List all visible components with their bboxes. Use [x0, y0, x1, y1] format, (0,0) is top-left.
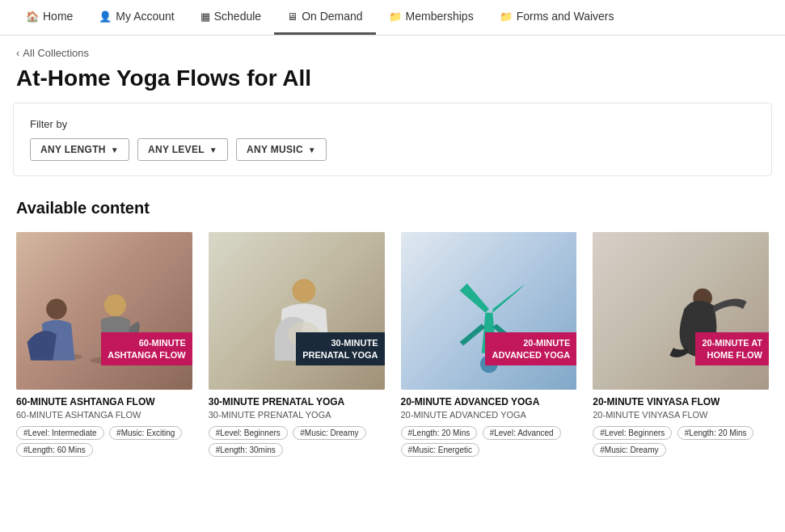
svg-point-2	[46, 299, 66, 319]
nav-schedule[interactable]: ▦ Schedule	[188, 0, 274, 35]
tag[interactable]: #Length: 60 Mins	[16, 443, 93, 457]
card-vinyasa[interactable]: 20-MINUTE AT HOME FLOW 20-MINUTE VINYASA…	[593, 232, 769, 458]
card-image-ashtanga: 60-MINUTE ASHTANGA FLOW	[16, 232, 192, 390]
tag[interactable]: #Music: Exciting	[109, 426, 182, 440]
card-title-ashtanga: 60-MINUTE ASHTANGA FLOW	[16, 396, 192, 407]
filter-buttons: ANY LENGTH ▼ ANY LEVEL ▼ ANY MUSIC ▼	[30, 138, 755, 161]
chevron-down-icon: ▼	[209, 146, 217, 154]
breadcrumb-area: ‹ All Collections	[0, 36, 785, 62]
main-nav: 🏠 Home 👤 My Account ▦ Schedule 🖥 On Dema…	[0, 0, 785, 36]
card-subtitle-ashtanga: 60-MINUTE ASHTANGA FLOW	[16, 410, 192, 420]
card-image-advanced: 20-MINUTE ADVANCED YOGA	[401, 232, 577, 390]
person-icon: 👤	[99, 11, 112, 23]
card-subtitle-vinyasa: 20-MINUTE VINYASA FLOW	[593, 410, 769, 420]
schedule-icon: ▦	[200, 11, 210, 23]
tag[interactable]: #Length: 20 Mins	[677, 426, 754, 440]
svg-point-4	[292, 279, 315, 302]
chevron-down-icon: ▼	[308, 146, 316, 154]
tag[interactable]: #Level: Beginners	[209, 426, 288, 440]
card-image-prenatal: 30-MINUTE PRENATAL YOGA	[209, 232, 385, 390]
tag[interactable]: #Music: Energetic	[401, 443, 479, 457]
card-ashtanga[interactable]: 60-MINUTE ASHTANGA FLOW 60-MINUTE ASHTAN…	[16, 232, 192, 458]
filter-level-button[interactable]: ANY LEVEL ▼	[137, 138, 228, 161]
nav-on-demand[interactable]: 🖥 On Demand	[274, 0, 375, 35]
card-tags-advanced: #Length: 20 Mins #Level: Advanced #Music…	[401, 424, 577, 458]
content-area: Available content	[0, 183, 785, 475]
tag[interactable]: #Level: Advanced	[483, 426, 561, 440]
svg-point-3	[104, 294, 126, 316]
card-title-prenatal: 30-MINUTE PRENATAL YOGA	[209, 396, 385, 407]
filter-music-button[interactable]: ANY MUSIC ▼	[236, 138, 327, 161]
monitor-icon: 🖥	[287, 11, 298, 23]
card-prenatal[interactable]: 30-MINUTE PRENATAL YOGA 30-MINUTE PRENAT…	[209, 232, 385, 458]
nav-home[interactable]: 🏠 Home	[13, 0, 86, 35]
card-title-vinyasa: 20-MINUTE VINYASA FLOW	[593, 396, 769, 407]
tag[interactable]: #Length: 20 Mins	[401, 426, 478, 440]
page-title: At-Home Yoga Flows for All	[0, 62, 785, 103]
chevron-down-icon: ▼	[111, 146, 119, 154]
card-subtitle-prenatal: 30-MINUTE PRENATAL YOGA	[209, 410, 385, 420]
filter-label: Filter by	[30, 118, 755, 130]
card-banner-vinyasa: 20-MINUTE AT HOME FLOW	[695, 332, 769, 365]
filter-length-button[interactable]: ANY LENGTH ▼	[30, 138, 129, 161]
card-image-vinyasa: 20-MINUTE AT HOME FLOW	[593, 232, 769, 390]
breadcrumb-link[interactable]: ‹ All Collections	[16, 47, 769, 59]
card-banner-advanced: 20-MINUTE ADVANCED YOGA	[485, 332, 576, 365]
nav-forms-waivers[interactable]: 📁 Forms and Waivers	[487, 0, 627, 35]
nav-memberships[interactable]: 📁 Memberships	[376, 0, 487, 35]
nav-my-account[interactable]: 👤 My Account	[86, 0, 187, 35]
section-title: Available content	[16, 199, 769, 217]
card-advanced[interactable]: 20-MINUTE ADVANCED YOGA 20-MINUTE ADVANC…	[401, 232, 577, 458]
tag[interactable]: #Level: Beginners	[593, 426, 672, 440]
tag[interactable]: #Music: Dreamy	[293, 426, 365, 440]
folder-icon: 📁	[389, 11, 402, 23]
tag[interactable]: #Length: 30mins	[209, 443, 283, 457]
filter-area: Filter by ANY LENGTH ▼ ANY LEVEL ▼ ANY M…	[13, 103, 772, 176]
tag[interactable]: #Level: Intermediate	[16, 426, 104, 440]
card-tags-prenatal: #Level: Beginners #Music: Dreamy #Length…	[209, 424, 385, 458]
card-tags-vinyasa: #Level: Beginners #Length: 20 Mins #Musi…	[593, 424, 769, 458]
tag[interactable]: #Music: Dreamy	[593, 443, 665, 457]
forms-icon: 📁	[500, 11, 513, 23]
card-subtitle-advanced: 20-MINUTE ADVANCED YOGA	[401, 410, 577, 420]
cards-grid: 60-MINUTE ASHTANGA FLOW 60-MINUTE ASHTAN…	[16, 232, 769, 458]
home-icon: 🏠	[26, 11, 39, 23]
card-title-advanced: 20-MINUTE ADVANCED YOGA	[401, 396, 577, 407]
card-banner-prenatal: 30-MINUTE PRENATAL YOGA	[296, 332, 384, 365]
card-tags-ashtanga: #Level: Intermediate #Music: Exciting #L…	[16, 424, 192, 458]
chevron-left-icon: ‹	[16, 47, 19, 59]
card-banner-ashtanga: 60-MINUTE ASHTANGA FLOW	[101, 332, 192, 365]
